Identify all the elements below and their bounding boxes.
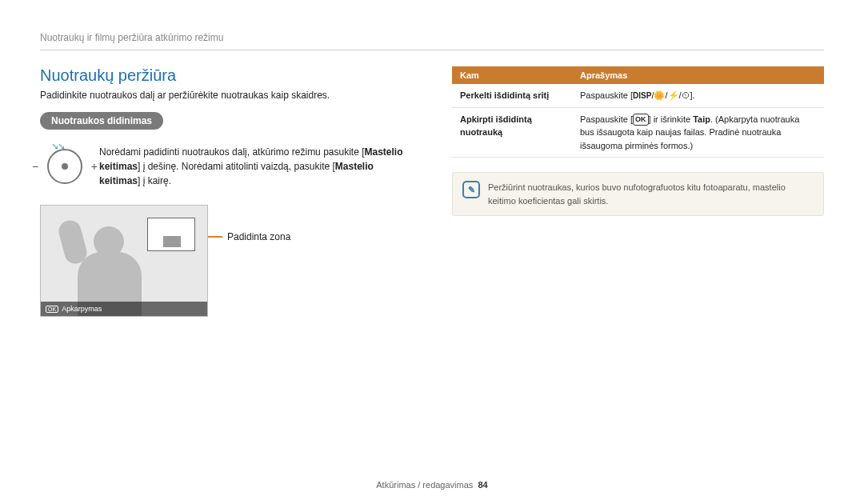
preview-caption-strip: OK Apkarpymas — [41, 302, 207, 316]
row-key: Apkirpti išdidintą nuotrauką — [452, 107, 572, 158]
ok-icon: OK — [46, 306, 58, 313]
callout-label: Padidinta zona — [227, 231, 290, 242]
minus-icon: − — [32, 160, 38, 173]
row-key: Perkelti išdidintą sritį — [452, 84, 572, 107]
zoom-dial-illustration: ➘➘ − + — [40, 142, 90, 190]
table-header-kam: Kam — [452, 66, 572, 84]
direction-icons: /🌼/⚡/⏲ — [651, 90, 690, 100]
dial-icon — [47, 149, 82, 184]
actions-table: Kam Aprašymas Perkelti išdidintą sritį P… — [452, 66, 824, 158]
section-title: Nuotraukų peržiūra — [40, 66, 412, 85]
zoom-indicator-area — [163, 236, 181, 247]
callout-line — [208, 236, 222, 238]
note-box: ✎ Peržiūrint nuotraukas, kurios buvo nuf… — [452, 172, 824, 216]
row-value: Paspauskite [OK] ir išrinkite Taip. (Apk… — [572, 107, 824, 158]
subsection-pill: Nuotraukos didinimas — [40, 112, 163, 130]
ok-icon: OK — [633, 114, 649, 126]
preview-image: OK Apkarpymas — [40, 205, 208, 317]
note-icon: ✎ — [462, 181, 480, 198]
zoom-instruction-text: Norėdami padidinti nuotraukos dalį, atkū… — [99, 145, 412, 188]
table-header-aprasymas: Aprašymas — [572, 66, 824, 84]
zoom-indicator-frame — [147, 218, 195, 251]
strip-label: Apkarpymas — [62, 305, 102, 313]
table-row: Perkelti išdidintą sritį Paspauskite [DI… — [452, 84, 824, 107]
table-row: Apkirpti išdidintą nuotrauką Paspauskite… — [452, 107, 824, 158]
note-text: Peržiūrint nuotraukas, kurios buvo nufot… — [488, 181, 814, 207]
breadcrumb: Nuotraukų ir filmų peržiūra atkūrimo rež… — [40, 32, 824, 50]
page-footer: Atkūrimas / redagavimas 84 — [0, 480, 864, 490]
row-value: Paspauskite [DISP/🌼/⚡/⏲]. — [572, 84, 824, 107]
intro-text: Padidinkite nuotraukos dalį ar peržiūrėk… — [40, 90, 412, 101]
plus-icon: + — [91, 160, 98, 173]
